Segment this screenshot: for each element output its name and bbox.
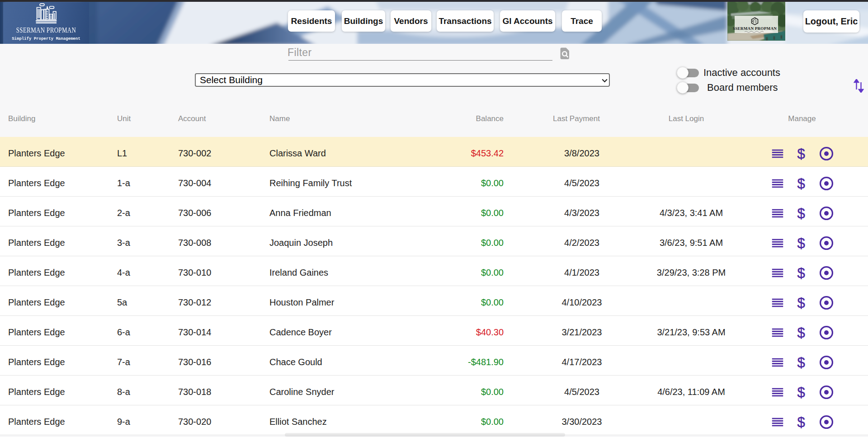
svg-text:SSERMAN PROPMAN: SSERMAN PROPMAN bbox=[733, 26, 777, 31]
